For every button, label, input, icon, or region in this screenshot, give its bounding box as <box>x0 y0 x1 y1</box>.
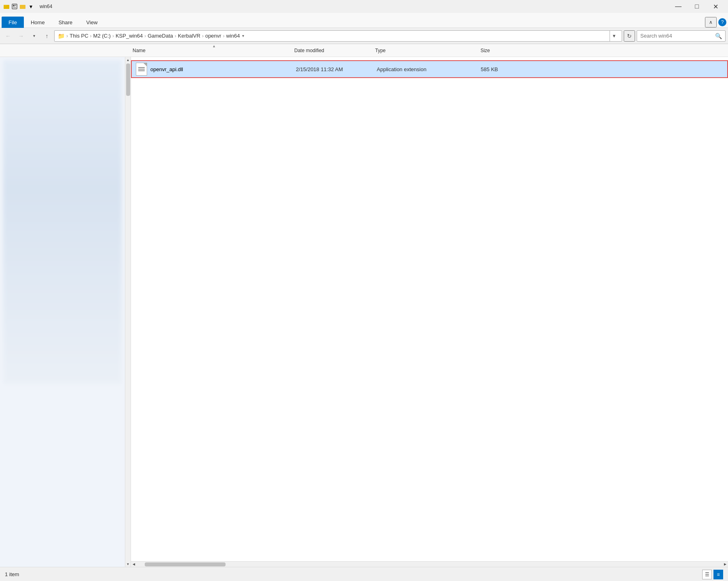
dll-icon-line-3 <box>138 70 145 71</box>
ribbon-collapse-button[interactable]: ∧ <box>705 17 717 27</box>
breadcrumb-openvr[interactable]: openvr <box>205 33 222 39</box>
file-area[interactable]: openvr_api.dll 2/15/2018 11:32 AM Applic… <box>131 57 728 567</box>
sidebar-placeholder <box>3 60 122 384</box>
forward-button[interactable]: → <box>15 30 27 42</box>
h-scroll-right-arrow[interactable]: ▶ <box>722 562 728 567</box>
window-title: win64 <box>36 4 667 9</box>
file-date-modified: 2/15/2018 11:32 AM <box>296 66 377 72</box>
maximize-button[interactable]: □ <box>688 0 706 13</box>
ribbon-expand: ∧ ? <box>705 17 726 27</box>
item-count-label: 1 item <box>5 571 19 577</box>
refresh-button[interactable]: ↻ <box>624 30 635 42</box>
h-scroll-thumb[interactable] <box>145 562 226 566</box>
address-bar: ← → ▾ ↑ 📁 › This PC › M2 (C:) › KSP_win6… <box>0 28 728 44</box>
file-icon <box>135 63 148 76</box>
address-dropdown-button[interactable]: ▾ <box>610 30 618 42</box>
tab-file[interactable]: File <box>2 17 24 28</box>
window-controls: — □ ✕ <box>669 0 725 13</box>
svg-rect-8 <box>20 5 25 9</box>
scroll-thumb[interactable] <box>126 63 130 96</box>
breadcrumb-kspwin64[interactable]: KSP_win64 <box>116 33 143 39</box>
breadcrumb-gamedata[interactable]: GameData <box>148 33 173 39</box>
main-area: ▲ ▼ openvr_api.dll 2/1 <box>0 57 728 567</box>
h-scroll-track[interactable] <box>137 562 722 567</box>
svg-rect-5 <box>15 5 16 5</box>
search-input[interactable] <box>640 33 713 39</box>
vertical-scrollbar[interactable]: ▲ ▼ <box>125 57 131 567</box>
breadcrumb-m2c[interactable]: M2 (C:) <box>93 33 111 39</box>
scroll-down-arrow[interactable]: ▼ <box>125 561 131 567</box>
tab-home[interactable]: Home <box>24 17 52 28</box>
file-name: openvr_api.dll <box>150 66 296 72</box>
address-chevron-icon[interactable]: ▾ <box>242 34 244 38</box>
tab-view[interactable]: View <box>79 17 104 28</box>
svg-rect-2 <box>4 5 6 6</box>
sort-arrow-icon: ▲ <box>212 44 216 48</box>
column-header-row: ▲ Name Date modified Type Size <box>0 44 728 57</box>
sidebar[interactable] <box>0 57 125 567</box>
ribbon-tabs: File Home Share View ∧ ? <box>0 13 728 27</box>
col-header-name[interactable]: Name <box>129 48 291 53</box>
breadcrumb-thispc[interactable]: This PC <box>70 33 88 39</box>
dropdown-arrow-icon[interactable]: ▾ <box>27 3 34 10</box>
quick-access-icon[interactable] <box>11 3 18 10</box>
detail-view-button[interactable]: ≡ <box>713 570 723 579</box>
file-size: 585 KB <box>458 66 498 72</box>
svg-rect-4 <box>13 5 15 6</box>
dll-icon-lines <box>138 67 145 71</box>
scroll-track[interactable] <box>125 63 131 561</box>
col-header-type[interactable]: Type <box>372 48 453 53</box>
column-headers: ▲ Name Date modified Type Size <box>0 44 728 57</box>
svg-rect-7 <box>13 7 16 8</box>
status-view-controls: ☰ ≡ <box>702 570 723 579</box>
breadcrumb-kerbalvr[interactable]: KerbalVR <box>178 33 200 39</box>
file-row[interactable]: openvr_api.dll 2/15/2018 11:32 AM Applic… <box>131 60 728 78</box>
search-box[interactable]: 🔍 <box>637 30 726 42</box>
svg-rect-6 <box>15 6 16 6</box>
folder-yellow-icon <box>19 3 26 10</box>
app-icon-folder <box>3 3 10 10</box>
horizontal-scrollbar[interactable]: ◀ ▶ <box>131 561 728 567</box>
status-bar: 1 item ☰ ≡ <box>0 567 728 581</box>
h-scroll-left-arrow[interactable]: ◀ <box>131 562 137 567</box>
dll-icon-line-1 <box>138 67 145 68</box>
minimize-button[interactable]: — <box>669 0 688 13</box>
col-header-date[interactable]: Date modified <box>291 48 372 53</box>
up-button[interactable]: ↑ <box>41 30 53 42</box>
title-bar: ▾ win64 — □ ✕ <box>0 0 728 13</box>
sidebar-content <box>0 57 125 387</box>
tab-share[interactable]: Share <box>52 17 80 28</box>
list-view-button[interactable]: ☰ <box>702 570 712 579</box>
title-bar-icons: ▾ <box>3 3 34 10</box>
scroll-up-arrow[interactable]: ▲ <box>125 57 131 63</box>
breadcrumb-separator: › <box>66 33 68 39</box>
breadcrumb-win64[interactable]: win64 <box>226 33 240 39</box>
ribbon: File Home Share View ∧ ? <box>0 13 728 28</box>
folder-icon-address: 📁 <box>58 33 65 39</box>
close-button[interactable]: ✕ <box>706 0 725 13</box>
search-icon[interactable]: 🔍 <box>715 33 722 39</box>
address-box[interactable]: 📁 › This PC › M2 (C:) › KSP_win64 › Game… <box>54 30 622 42</box>
file-type: Application extension <box>377 66 458 72</box>
dll-file-icon <box>136 63 147 76</box>
recent-locations-button[interactable]: ▾ <box>28 30 40 42</box>
dll-icon-line-2 <box>138 69 145 70</box>
col-header-size[interactable]: Size <box>453 48 493 53</box>
back-button[interactable]: ← <box>2 30 14 42</box>
file-list: openvr_api.dll 2/15/2018 11:32 AM Applic… <box>131 57 728 81</box>
help-button[interactable]: ? <box>718 18 726 26</box>
